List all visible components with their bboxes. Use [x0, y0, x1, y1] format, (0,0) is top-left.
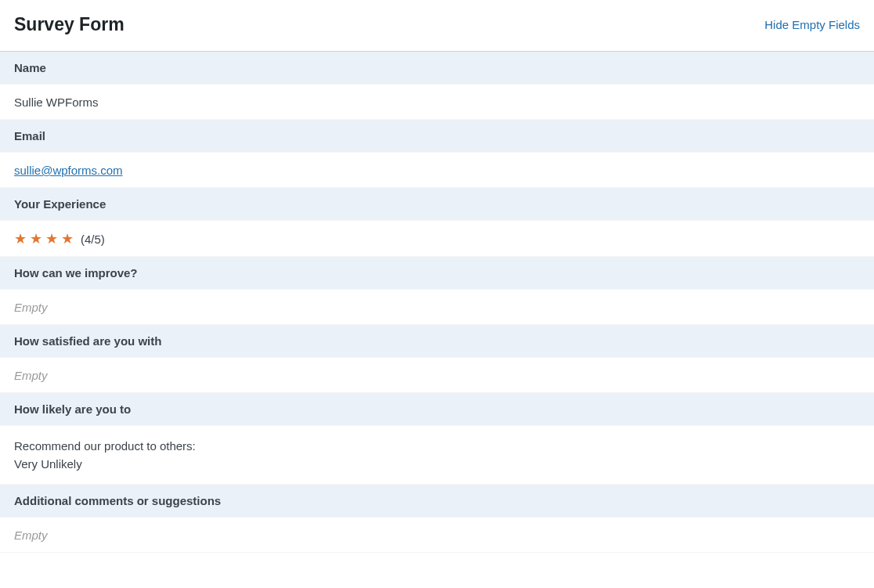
field-label-experience: Your Experience — [0, 188, 874, 221]
field-label-likely: How likely are you to — [0, 393, 874, 426]
field-value-improve: Empty — [0, 290, 874, 325]
field-label-email: Email — [0, 120, 874, 153]
field-value-satisfied: Empty — [0, 358, 874, 393]
star-icon: ★ — [30, 232, 42, 246]
field-value-email: sullie@wpforms.com — [0, 153, 874, 188]
field-label-name: Name — [0, 52, 874, 85]
field-label-improve: How can we improve? — [0, 257, 874, 290]
rating-stars: ★ ★ ★ ★ (4/5) — [14, 232, 860, 246]
field-label-additional: Additional comments or suggestions — [0, 485, 874, 518]
field-value-experience: ★ ★ ★ ★ (4/5) — [0, 221, 874, 257]
field-value-name: Sullie WPForms — [0, 85, 874, 120]
field-label-satisfied: How satisfied are you with — [0, 325, 874, 358]
star-icon: ★ — [61, 232, 74, 246]
field-value-additional: Empty — [0, 518, 874, 553]
rating-text: (4/5) — [81, 233, 105, 246]
page-title: Survey Form — [14, 14, 125, 35]
star-icon: ★ — [45, 232, 58, 246]
star-icon: ★ — [14, 232, 27, 246]
entry-header: Survey Form Hide Empty Fields — [0, 0, 874, 52]
email-link[interactable]: sullie@wpforms.com — [14, 164, 123, 177]
hide-empty-fields-link[interactable]: Hide Empty Fields — [764, 18, 860, 31]
field-value-likely: Recommend our product to others: Very Un… — [0, 426, 874, 485]
